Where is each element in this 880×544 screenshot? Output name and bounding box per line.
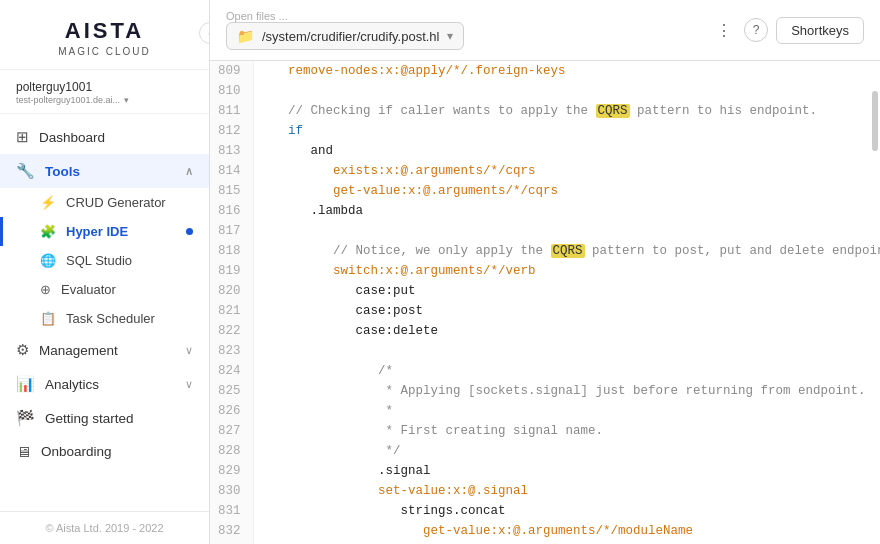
sidebar-sub-label: SQL Studio [66,253,132,268]
code-content: */ [253,441,880,461]
code-content: case:put [253,281,880,301]
sidebar-item-task-scheduler[interactable]: 📋 Task Scheduler [0,304,209,333]
topbar-actions: ⋮ ? Shortkeys [712,17,864,44]
code-segment: exists:x:@.arguments/*/ [266,164,506,178]
line-number: 829 [210,461,253,481]
table-row: 817 [210,221,880,241]
sidebar-sub-label: Task Scheduler [66,311,155,326]
code-segment: * [266,404,394,418]
line-number: 813 [210,141,253,161]
tenant-name: test-polterguy1001.de.ai... [16,95,120,105]
sidebar-item-crud-generator[interactable]: ⚡ CRUD Generator [0,188,209,217]
tools-icon: 🔧 [16,162,35,180]
sidebar-item-label: Analytics [45,377,99,392]
code-segment: pattern to post, put and delete endpoint… [585,244,880,258]
help-button[interactable]: ? [744,18,768,42]
code-segment: get-value:x:@.arguments/*/ [266,184,529,198]
code-segment: and [266,144,334,158]
sidebar-collapse-button[interactable]: ‹ [199,22,210,44]
table-row: 820 case:put [210,281,880,301]
code-segment: moduleName [618,524,693,538]
code-segment: * First creating signal name. [266,424,604,438]
line-number: 832 [210,521,253,541]
sidebar-item-tools[interactable]: 🔧 Tools ∧ [0,154,209,188]
sidebar-item-label: Dashboard [39,130,105,145]
line-number: 820 [210,281,253,301]
sidebar-item-evaluator[interactable]: ⊕ Evaluator [0,275,209,304]
analytics-chevron: ∨ [185,378,193,391]
table-row: 823 [210,341,880,361]
logo-section: AISTA MAGIC CLOUD ‹ [0,0,209,70]
code-segment: switch:x:@.arguments/*/ [266,264,506,278]
sidebar-footer: © Aista Ltd. 2019 - 2022 [0,511,209,544]
code-editor[interactable]: 809 remove-nodes:x:@apply/*/.foreign-key… [210,61,880,544]
code-segment: get-value:x:@.arguments/*/ [266,524,619,538]
table-row: 822 case:delete [210,321,880,341]
code-segment: pattern to his endpoint. [630,104,818,118]
table-row: 825 * Applying [sockets.signal] just bef… [210,381,880,401]
code-segment: post [393,304,423,318]
management-icon: ⚙ [16,341,29,359]
getting-started-icon: 🏁 [16,409,35,427]
active-dot [186,228,193,235]
file-path-input[interactable]: 📁 /system/crudifier/crudify.post.hl ▾ [226,22,464,50]
shortkeys-button[interactable]: Shortkeys [776,17,864,44]
line-number: 823 [210,341,253,361]
line-number: 824 [210,361,253,381]
sidebar-item-label: Tools [45,164,80,179]
vertical-scrollbar[interactable] [872,91,878,151]
sidebar-item-management[interactable]: ⚙ Management ∨ [0,333,209,367]
sidebar: AISTA MAGIC CLOUD ‹ polterguy1001 test-p… [0,0,210,544]
app-logo: AISTA [65,18,144,44]
code-content: set-value:x:@.signal [253,481,880,501]
table-row: 828 */ [210,441,880,461]
table-row: 824 /* [210,361,880,381]
line-number: 817 [210,221,253,241]
user-tenant[interactable]: test-polterguy1001.de.ai... ▾ [16,95,193,105]
code-segment: /* [266,364,394,378]
code-segment: * Applying [sockets.signal] just before … [266,384,866,398]
line-number: 830 [210,481,253,501]
code-segment: // Notice, we only apply the [266,244,551,258]
code-content: strings.concat [253,501,880,521]
sidebar-item-label: Getting started [45,411,134,426]
table-row: 810 [210,81,880,101]
crud-icon: ⚡ [40,195,56,210]
line-number: 818 [210,241,253,261]
sidebar-item-analytics[interactable]: 📊 Analytics ∨ [0,367,209,401]
code-content: * Applying [sockets.signal] just before … [253,381,880,401]
table-row: 816 .lambda [210,201,880,221]
sidebar-item-hyper-ide[interactable]: 🧩 Hyper IDE [0,217,209,246]
more-options-button[interactable]: ⋮ [712,17,736,44]
line-number: 809 [210,61,253,81]
app-subtitle: MAGIC CLOUD [58,46,151,57]
tools-submenu: ⚡ CRUD Generator 🧩 Hyper IDE 🌐 SQL Studi… [0,188,209,333]
table-row: 826 * [210,401,880,421]
code-content [253,81,880,101]
code-segment: // Checking if caller wants to apply the [266,104,596,118]
table-row: 815 get-value:x:@.arguments/*/cqrs [210,181,880,201]
code-table: 809 remove-nodes:x:@apply/*/.foreign-key… [210,61,880,544]
line-number: 822 [210,321,253,341]
code-content: switch:x:@.arguments/*/verb [253,261,880,281]
table-row: 831 strings.concat [210,501,880,521]
code-segment: remove-nodes:x:@apply/*/.foreign-keys [266,64,566,78]
sidebar-item-sql-studio[interactable]: 🌐 SQL Studio [0,246,209,275]
sidebar-item-dashboard[interactable]: ⊞ Dashboard [0,120,209,154]
table-row: 812 if [210,121,880,141]
sidebar-item-onboarding[interactable]: 🖥 Onboarding [0,435,209,468]
sidebar-item-getting-started[interactable]: 🏁 Getting started [0,401,209,435]
code-segment: case: [266,284,394,298]
table-row: 819 switch:x:@.arguments/*/verb [210,261,880,281]
onboarding-icon: 🖥 [16,443,31,460]
analytics-icon: 📊 [16,375,35,393]
file-path-chevron: ▾ [447,29,453,43]
line-number: 831 [210,501,253,521]
code-segment: CQRS [551,244,585,258]
table-row: 809 remove-nodes:x:@apply/*/.foreign-key… [210,61,880,81]
code-content [253,221,880,241]
sidebar-item-label: Onboarding [41,444,112,459]
table-row: 814 exists:x:@.arguments/*/cqrs [210,161,880,181]
table-row: 811 // Checking if caller wants to apply… [210,101,880,121]
table-row: 813 and [210,141,880,161]
